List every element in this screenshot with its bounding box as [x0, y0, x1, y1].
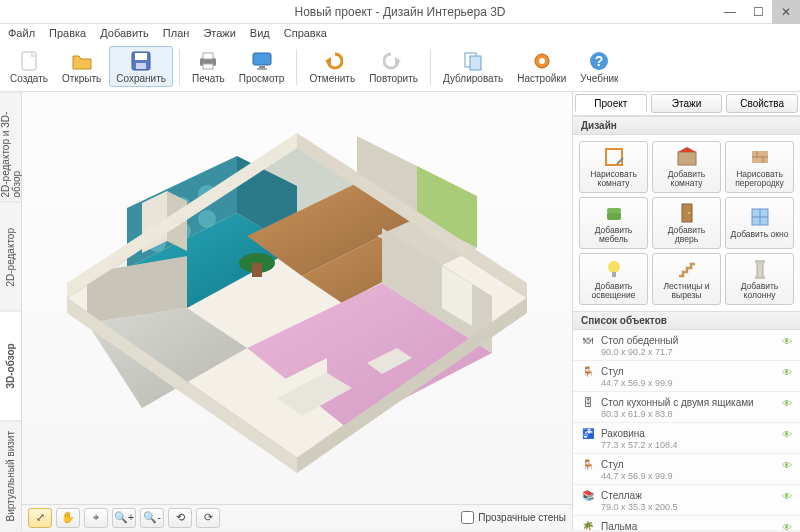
print-button[interactable]: Печать [186, 47, 231, 86]
object-row[interactable]: 🌴Пальма127.4 x 121.5 x 118.5👁 [573, 516, 800, 530]
viewport-tool-0[interactable]: ⤢ [28, 508, 52, 528]
rtab-Свойства[interactable]: Свойства [726, 94, 798, 113]
help-button[interactable]: ?Учебник [574, 47, 624, 86]
canvas-3d[interactable] [22, 92, 572, 504]
svg-rect-57 [678, 152, 696, 165]
svg-rect-8 [253, 53, 271, 65]
viewport-tool-6[interactable]: ⟳ [196, 508, 220, 528]
svg-rect-3 [135, 53, 147, 60]
object-name: Стол обеденный [601, 335, 678, 346]
window-icon [749, 206, 771, 228]
svg-point-66 [688, 212, 690, 214]
object-dimensions: 79.0 x 35.3 x 200.5 [581, 502, 792, 512]
menu-справка[interactable]: Справка [284, 27, 327, 39]
menu-файл[interactable]: Файл [8, 27, 35, 39]
object-dimensions: 90.0 x 90.2 x 71.7 [581, 347, 792, 357]
object-row[interactable]: 🪑Стул44.7 x 56.9 x 99.9👁 [573, 454, 800, 485]
visibility-icon[interactable]: 👁 [782, 460, 792, 471]
svg-rect-10 [257, 68, 267, 70]
right-panel: ПроектЭтажиСвойства Дизайн Нарисовать ко… [572, 92, 800, 530]
menubar: ФайлПравкаДобавитьПланЭтажиВидСправка [0, 24, 800, 42]
visibility-icon[interactable]: 👁 [782, 491, 792, 502]
object-icon: 🗄 [581, 395, 595, 409]
design-grid: Нарисовать комнатуДобавить комнатуНарисо… [573, 135, 800, 311]
objects-header: Список объектов [573, 311, 800, 330]
tab-virt[interactable]: Виртуальный визит [0, 421, 21, 531]
floorplan-3d-icon [47, 108, 547, 488]
maximize-button[interactable]: ☐ [744, 0, 772, 24]
close-button[interactable]: ✕ [772, 0, 800, 24]
toolbar-separator [179, 49, 180, 85]
design-add-room-button[interactable]: Добавить комнату [652, 141, 721, 193]
open-button[interactable]: Открыть [56, 47, 107, 86]
save-icon [129, 49, 153, 73]
undo-button[interactable]: Отменить [303, 47, 361, 86]
transparent-walls-input[interactable] [461, 511, 474, 524]
svg-rect-64 [607, 208, 621, 213]
transparent-walls-checkbox[interactable]: Прозрачные стены [461, 511, 566, 524]
dup-button[interactable]: Дублировать [437, 47, 509, 86]
window-title: Новый проект - Дизайн Интерьера 3D [294, 5, 505, 19]
object-row[interactable]: 🍽Стол обеденный90.0 x 90.2 x 71.7👁 [573, 330, 800, 361]
visibility-icon[interactable]: 👁 [782, 336, 792, 347]
object-row[interactable]: 🗄Стол кухонный с двумя ящиками80.3 x 61.… [573, 392, 800, 423]
toolbar-separator [296, 49, 297, 85]
tab-3d[interactable]: 3D-обзор [0, 311, 21, 421]
object-row[interactable]: 🪑Стул44.7 x 56.9 x 99.9👁 [573, 361, 800, 392]
wall-icon [749, 146, 771, 168]
svg-rect-14 [470, 56, 481, 70]
viewport-tool-2[interactable]: ⌖ [84, 508, 108, 528]
copy-icon [461, 49, 485, 73]
design-door-button[interactable]: Добавить дверь [652, 197, 721, 249]
menu-план[interactable]: План [163, 27, 190, 39]
viewport-3d[interactable]: ⤢✋⌖🔍+🔍-⟲⟳ Прозрачные стены [22, 92, 572, 530]
design-furniture-button[interactable]: Добавить мебель [579, 197, 648, 249]
left-tabs: 2D-редактор и 3D-обзор2D-редактор3D-обзо… [0, 92, 22, 530]
tab-2d3d[interactable]: 2D-редактор и 3D-обзор [0, 92, 21, 202]
settings-button[interactable]: Настройки [511, 47, 572, 86]
design-window-button[interactable]: Добавить окно [725, 197, 794, 249]
object-row[interactable]: 🚰Раковина77.3 x 57.2 x 108.4👁 [573, 423, 800, 454]
design-stairs-button[interactable]: Лестницы и вырезы [652, 253, 721, 305]
visibility-icon[interactable]: 👁 [782, 429, 792, 440]
object-dimensions: 77.3 x 57.2 x 108.4 [581, 440, 792, 450]
file-icon [17, 49, 41, 73]
object-dimensions: 80.3 x 61.9 x 83.8 [581, 409, 792, 419]
menu-правка[interactable]: Правка [49, 27, 86, 39]
right-tabs: ПроектЭтажиСвойства [573, 92, 800, 116]
furniture-icon [603, 202, 625, 224]
svg-rect-7 [203, 64, 213, 69]
undo-icon [320, 49, 344, 73]
viewport-tool-4[interactable]: 🔍- [140, 508, 164, 528]
redo-button[interactable]: Повторить [363, 47, 424, 86]
svg-marker-58 [678, 147, 696, 152]
visibility-icon[interactable]: 👁 [782, 398, 792, 409]
preview-button[interactable]: Просмотр [233, 47, 291, 86]
viewport-tool-1[interactable]: ✋ [56, 508, 80, 528]
design-column-button[interactable]: Добавить колонну [725, 253, 794, 305]
object-row[interactable]: 📚Стеллаж79.0 x 35.3 x 200.5👁 [573, 485, 800, 516]
tab-2d[interactable]: 2D-редактор [0, 202, 21, 312]
rtab-Этажи[interactable]: Этажи [651, 94, 723, 113]
design-light-button[interactable]: Добавить освещение [579, 253, 648, 305]
titlebar: Новый проект - Дизайн Интерьера 3D — ☐ ✕ [0, 0, 800, 24]
object-name: Стул [601, 459, 624, 470]
menu-вид[interactable]: Вид [250, 27, 270, 39]
object-icon: 📚 [581, 488, 595, 502]
object-name: Стеллаж [601, 490, 642, 501]
minimize-button[interactable]: — [716, 0, 744, 24]
save-button[interactable]: Сохранить [109, 46, 173, 87]
menu-добавить[interactable]: Добавить [100, 27, 149, 39]
create-button[interactable]: Создать [4, 47, 54, 86]
svg-rect-72 [757, 261, 763, 277]
monitor-icon [250, 49, 274, 73]
viewport-tool-5[interactable]: ⟲ [168, 508, 192, 528]
visibility-icon[interactable]: 👁 [782, 522, 792, 530]
rtab-Проект[interactable]: Проект [575, 94, 647, 113]
object-icon: 🚰 [581, 426, 595, 440]
viewport-tool-3[interactable]: 🔍+ [112, 508, 136, 528]
design-draw-room-button[interactable]: Нарисовать комнату [579, 141, 648, 193]
menu-этажи[interactable]: Этажи [203, 27, 235, 39]
design-wall-button[interactable]: Нарисовать перегородку [725, 141, 794, 193]
visibility-icon[interactable]: 👁 [782, 367, 792, 378]
